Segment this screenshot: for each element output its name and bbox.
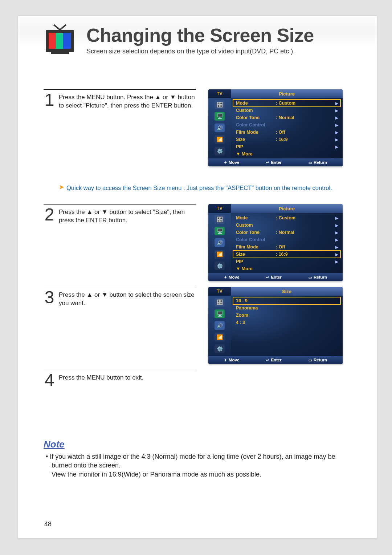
osd-menu-item[interactable]: PIP ▶ (233, 143, 340, 150)
osd-menu-list: Mode : Custom ▶ Custom ▶ Color Tone : No… (231, 213, 343, 273)
step-number: 4 (44, 373, 55, 388)
osd-item-label: 16 : 9 (236, 298, 276, 303)
osd-item-value: : 16:9 (276, 252, 338, 257)
osd-item-label: Color Tone (236, 230, 276, 235)
osd-menu-item[interactable]: Film Mode : Off ▶ (233, 129, 340, 136)
channel-category-icon: 📶 (215, 333, 225, 341)
osd-menu-item[interactable]: PIP ▶ (233, 258, 340, 265)
steps-container: 1 Press the MENU button. Press the ▲ or … (44, 89, 351, 388)
osd-item-value: : Normal (276, 115, 338, 120)
osd-source-label: TV (208, 89, 231, 98)
osd-menu-item[interactable] (233, 333, 340, 341)
step-text: Press the MENU button. Press the ▲ or ▼ … (59, 93, 196, 110)
chevron-right-icon: ▶ (335, 145, 338, 149)
osd-menu-item[interactable]: Custom ▶ (233, 222, 340, 229)
osd-category-sidebar: 🎛️ 🖥️ 🔊 📶 ⚙️ (208, 296, 231, 356)
osd-menu-item[interactable]: Mode : Custom ▶ (233, 100, 340, 107)
osd-item-label (236, 327, 276, 332)
step-text: Press the ▲ or ▼ button to select the sc… (59, 290, 196, 308)
updown-icon: ✦ (224, 275, 227, 279)
osd-item-label: Color Control (236, 122, 276, 127)
chevron-right-icon: ▶ (335, 138, 338, 142)
return-icon: ▭ (309, 161, 312, 165)
osd-menu-title: Picture (231, 204, 343, 213)
osd-item-label: Size (236, 252, 276, 257)
osd-item-label: Zoom (236, 313, 276, 318)
osd-item-label: Custom (236, 108, 276, 113)
chevron-right-icon: ▶ (335, 260, 338, 264)
channel-category-icon: 📶 (215, 135, 225, 144)
osd-item-value: : Off (276, 244, 338, 250)
osd-menu-item[interactable]: ▼ More (233, 150, 340, 158)
enter-icon: ↵ (266, 358, 269, 362)
chevron-right-icon: ▶ (335, 223, 338, 227)
step-4: 4 Press the MENU button to exit. (44, 370, 351, 388)
osd-item-label: Mode (236, 101, 276, 106)
osd-item-label: Color Tone (236, 115, 276, 120)
chevron-right-icon: ▶ (335, 252, 338, 256)
sound-category-icon: 🔊 (215, 238, 225, 247)
osd-footer-hints: ✦ Move ↵ Enter ▭ Return (208, 273, 343, 281)
step-number: 3 (44, 290, 55, 308)
osd-menu-item[interactable]: Size : 16:9 ▶ (233, 136, 340, 143)
osd-menu-item[interactable]: Panorama (233, 304, 340, 312)
sound-category-icon: 🔊 (215, 321, 225, 330)
quick-tip-text: Quick way to access the Screen Size menu… (66, 184, 332, 192)
osd-category-sidebar: 🎛️ 🖥️ 🔊 📶 ⚙️ (208, 213, 231, 273)
osd-menu-item[interactable]: Custom ▶ (233, 107, 340, 114)
channel-category-icon: 📶 (215, 250, 225, 259)
chevron-right-icon: ▶ (335, 123, 338, 127)
setup-category-icon: ⚙️ (215, 344, 225, 353)
osd-menu-item[interactable]: Color Control ▶ (233, 121, 340, 129)
updown-icon: ✦ (224, 161, 227, 165)
osd-menu-item[interactable]: Zoom (233, 312, 340, 319)
osd-menu-item[interactable]: 16 : 9 (233, 297, 340, 304)
osd-item-value: : 16:9 (276, 137, 338, 142)
osd-menu-item[interactable] (233, 348, 340, 355)
osd-menu-item[interactable]: ▼ More (233, 265, 340, 272)
osd-menu-item[interactable] (233, 341, 340, 348)
chevron-right-icon: ▶ (335, 116, 338, 120)
osd-item-label: Mode (236, 215, 276, 220)
osd-menu-item[interactable] (233, 326, 340, 333)
note-heading: Note (44, 439, 351, 450)
osd-item-label: PIP (236, 144, 276, 149)
osd-menu-item[interactable]: 4 : 3 (233, 319, 340, 326)
osd-footer-hints: ✦ Move ↵ Enter ▭ Return (208, 356, 343, 364)
display-category-icon: 🖥️ (215, 112, 225, 121)
step-1: 1 Press the MENU button. Press the ▲ or … (44, 89, 351, 166)
osd-menu-title: Picture (231, 89, 343, 98)
osd-menu-item[interactable]: Film Mode : Off ▶ (233, 243, 340, 251)
osd-menu-item[interactable]: Color Tone : Normal ▶ (233, 114, 340, 121)
osd-footer-hints: ✦ Move ↵ Enter ▭ Return (208, 158, 343, 166)
return-icon: ▭ (309, 275, 312, 279)
display-category-icon: 🖥️ (215, 227, 225, 235)
osd-menu-item[interactable]: Color Tone : Normal ▶ (233, 229, 340, 236)
osd-menu-item[interactable]: Color Control ▶ (233, 236, 340, 243)
osd-item-label: PIP (236, 259, 276, 264)
chevron-right-icon: ▶ (335, 101, 338, 105)
svg-rect-5 (51, 52, 69, 54)
osd-item-label: ▼ More (236, 151, 276, 157)
chevron-right-icon: ▶ (335, 238, 338, 242)
osd-source-label: TV (208, 204, 231, 213)
osd-item-label (236, 349, 276, 354)
page-title: Changing the Screen Size (86, 25, 351, 45)
return-icon: ▭ (309, 358, 312, 362)
osd-screenshot: TV Picture 🎛️ 🖥️ 🔊 📶 ⚙️ Mode : Custom ▶ … (208, 89, 343, 166)
osd-item-label: Color Control (236, 237, 276, 242)
svg-rect-4 (63, 33, 71, 49)
svg-rect-3 (56, 33, 63, 49)
osd-menu-item[interactable]: Size : 16:9 ▶ (233, 251, 340, 258)
step-number: 1 (44, 93, 55, 110)
osd-item-value: : Off (276, 130, 338, 135)
step-2: 2 Press the ▲ or ▼ button to select "Siz… (44, 204, 351, 281)
page-number: 48 (44, 520, 52, 528)
osd-item-label: Panorama (236, 305, 276, 311)
osd-item-label (236, 342, 276, 347)
osd-menu-item[interactable]: Mode : Custom ▶ (233, 214, 340, 222)
osd-item-label: Film Mode (236, 244, 276, 250)
sound-category-icon: 🔊 (215, 123, 225, 132)
osd-item-value: : Custom (276, 215, 338, 220)
setup-category-icon: ⚙️ (215, 262, 225, 270)
